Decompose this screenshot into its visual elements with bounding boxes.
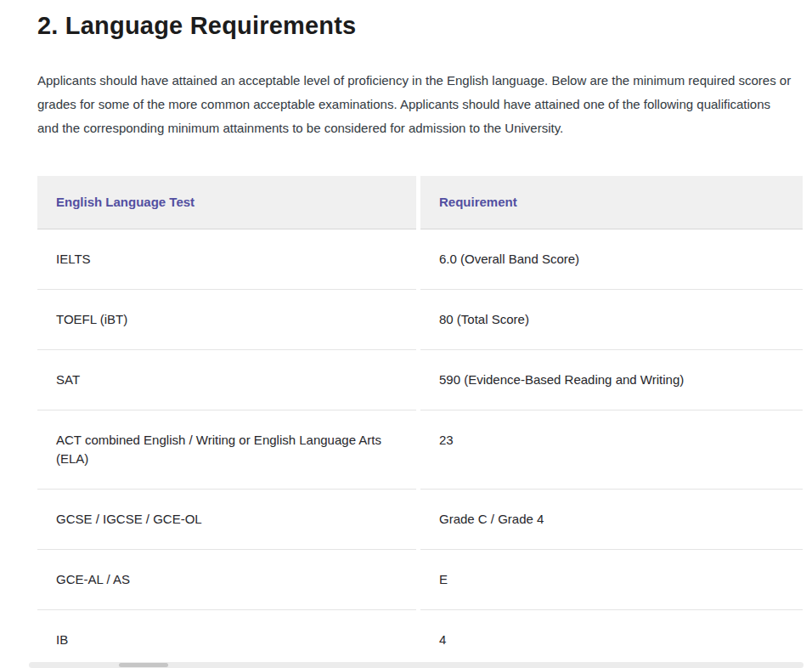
horizontal-scrollbar[interactable] xyxy=(29,662,804,668)
requirement-cell-gcse: Grade C / Grade 4 xyxy=(420,490,803,550)
table-header-requirement: Requirement xyxy=(420,176,803,229)
intro-paragraph: Applicants should have attained an accep… xyxy=(37,69,795,140)
requirement-cell-sat: 590 (Evidence-Based Reading and Writing) xyxy=(420,350,803,410)
page-title: 2. Language Requirements xyxy=(37,12,802,40)
test-cell-sat: SAT xyxy=(37,350,416,410)
language-requirements-table: English Language Test Requirement IELTS … xyxy=(37,176,803,668)
requirement-cell-toefl: 80 (Total Score) xyxy=(420,290,803,350)
horizontal-scrollbar-thumb[interactable] xyxy=(119,663,168,667)
requirement-cell-act: 23 xyxy=(420,410,803,490)
test-cell-act: ACT combined English / Writing or Englis… xyxy=(37,410,416,490)
test-cell-ielts: IELTS xyxy=(37,229,416,290)
requirement-cell-ielts: 6.0 (Overall Band Score) xyxy=(420,229,803,290)
test-cell-gcse: GCSE / IGCSE / GCE-OL xyxy=(37,490,416,550)
content-page: 2. Language Requirements Applicants shou… xyxy=(0,0,812,668)
requirement-cell-gce-al: E xyxy=(420,550,803,610)
test-cell-ib: IB xyxy=(37,610,416,668)
test-cell-toefl: TOEFL (iBT) xyxy=(37,290,416,350)
requirement-cell-ib: 4 xyxy=(420,610,803,668)
table-header-english-language-test: English Language Test xyxy=(37,176,416,229)
test-cell-gce-al: GCE-AL / AS xyxy=(37,550,416,610)
